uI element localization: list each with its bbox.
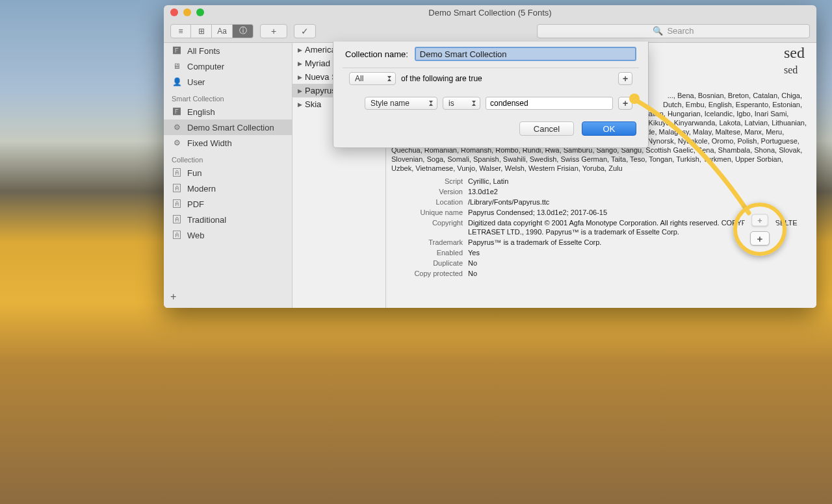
user-icon: 👤 xyxy=(172,77,182,86)
meta-value: 13.0d1e2 xyxy=(468,187,807,196)
meta-key: Location xyxy=(391,197,463,207)
sidebar-header-smart: Smart Collection xyxy=(164,90,292,104)
computer-icon: 🖥 xyxy=(172,62,182,71)
validate-button[interactable]: ✓ xyxy=(294,24,316,38)
gear-icon: ⚙ xyxy=(172,123,182,132)
callout-plus-icon-small: + xyxy=(751,214,768,227)
minimize-button[interactable] xyxy=(183,8,191,16)
callout-start-dot xyxy=(629,94,640,104)
meta-key: Duplicate xyxy=(391,258,463,268)
disclosure-triangle-icon: ▶ xyxy=(298,47,302,53)
font-preview-small: sed xyxy=(784,64,805,76)
meta-key: Trademark xyxy=(391,238,463,247)
font-icon: 🅵 xyxy=(172,46,182,55)
smart-collection-sheet: Collection name: All of the following ar… xyxy=(333,42,649,148)
sidebar-item-computer[interactable]: 🖥Computer xyxy=(164,58,292,74)
view-list-button[interactable]: ≡ xyxy=(170,24,191,38)
window-title: Demo Smart Collection (5 Fonts) xyxy=(428,8,551,18)
rule-value-input[interactable] xyxy=(486,97,613,110)
collection-icon: 🄰 xyxy=(172,199,182,208)
add-collection-button[interactable]: + xyxy=(170,291,176,303)
collection-icon: 🄰 xyxy=(172,215,182,224)
meta-value: Cyrillic, Latin xyxy=(468,177,807,186)
sidebar-item-fun[interactable]: 🄰Fun xyxy=(164,165,292,181)
meta-key: Unique name xyxy=(391,208,463,217)
match-suffix-label: of the following are true xyxy=(401,74,613,83)
disclosure-triangle-icon: ▶ xyxy=(298,74,302,81)
font-icon: 🅵 xyxy=(172,107,182,116)
toolbar: ≡ ⊞ Aa ⓘ + ✓ 🔍 Search xyxy=(164,19,816,43)
meta-key: Copy protected xyxy=(391,269,463,278)
collection-icon: 🄰 xyxy=(172,168,182,177)
sidebar-header-collection: Collection xyxy=(164,151,292,165)
callout-ring: + + xyxy=(733,203,786,256)
collection-name-label: Collection name: xyxy=(345,49,408,59)
view-mode-segment: ≡ ⊞ Aa ⓘ xyxy=(170,24,254,38)
rule-attribute-popup[interactable]: Style name xyxy=(365,97,437,110)
disclosure-triangle-icon: ▶ xyxy=(298,60,302,67)
sidebar-item-modern[interactable]: 🄰Modern xyxy=(164,181,292,196)
meta-value: No xyxy=(468,269,807,278)
sidebar: 🅵All Fonts 🖥Computer 👤User Smart Collect… xyxy=(164,43,292,308)
cancel-button[interactable]: Cancel xyxy=(519,121,574,136)
sidebar-item-pdf[interactable]: 🄰PDF xyxy=(164,196,292,212)
match-mode-popup[interactable]: All xyxy=(349,72,396,85)
add-group-button[interactable]: + xyxy=(618,72,632,85)
view-grid-button[interactable]: ⊞ xyxy=(191,24,212,38)
sidebar-item-english[interactable]: 🅵English xyxy=(164,104,292,120)
sidebar-item-traditional[interactable]: 🄰Traditional xyxy=(164,212,292,227)
sidebar-item-fixed-width[interactable]: ⚙Fixed Width xyxy=(164,135,292,151)
search-input[interactable]: 🔍 Search xyxy=(537,24,810,38)
disclosure-triangle-icon: ▶ xyxy=(298,101,302,108)
sidebar-item-demo-smart[interactable]: ⚙Demo Smart Collection xyxy=(164,120,292,135)
collection-name-input[interactable] xyxy=(415,47,636,61)
meta-key: Version xyxy=(391,187,463,196)
collection-icon: 🄰 xyxy=(172,231,182,240)
font-preview-large: sed xyxy=(784,44,805,62)
sidebar-item-web[interactable]: 🄰Web xyxy=(164,227,292,243)
meta-value: No xyxy=(468,258,807,268)
add-font-button[interactable]: + xyxy=(260,24,287,38)
view-sample-button[interactable]: Aa xyxy=(212,24,233,38)
meta-key: Script xyxy=(391,177,463,186)
traffic-lights xyxy=(170,8,204,16)
close-button[interactable] xyxy=(170,8,178,16)
search-icon: 🔍 xyxy=(653,26,663,36)
sidebar-item-user[interactable]: 👤User xyxy=(164,74,292,90)
ok-button[interactable]: OK xyxy=(582,121,636,136)
meta-key: Enabled xyxy=(391,248,463,257)
view-info-button[interactable]: ⓘ xyxy=(233,24,254,38)
gear-icon: ⚙ xyxy=(172,138,182,147)
zoom-button[interactable] xyxy=(196,8,204,16)
sidebar-item-all-fonts[interactable]: 🅵All Fonts xyxy=(164,43,292,58)
collection-icon: 🄰 xyxy=(172,184,182,193)
disclosure-triangle-icon: ▶ xyxy=(298,88,302,94)
meta-key: Copyright xyxy=(391,218,463,236)
titlebar: Demo Smart Collection (5 Fonts) xyxy=(164,5,816,19)
rule-operator-popup[interactable]: is xyxy=(443,97,480,110)
callout-plus-icon: + xyxy=(750,231,770,246)
